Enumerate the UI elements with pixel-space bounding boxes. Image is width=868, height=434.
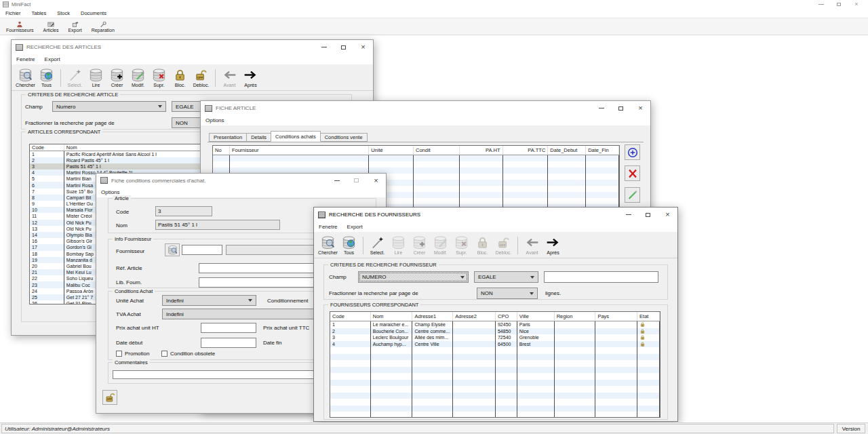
toolbar-button-chercher[interactable]: Chercher xyxy=(317,235,338,255)
fraction-label: Fractionner la recherche par page de xyxy=(329,290,418,296)
toolbar-button-apr-s[interactable]: Après xyxy=(240,67,261,87)
db-delete-icon xyxy=(151,68,167,82)
toolbar-button-modif[interactable]: Modif. xyxy=(127,67,149,87)
column-header-etat[interactable]: Etat xyxy=(637,312,660,321)
column-header-no[interactable]: No xyxy=(213,146,230,155)
column-header-pays[interactable]: Pays xyxy=(595,312,637,321)
minimize-button[interactable] xyxy=(618,208,638,222)
close-button[interactable]: × xyxy=(658,208,677,222)
unite-achat-select[interactable]: Indefini xyxy=(162,295,256,306)
unlock-off-button[interactable] xyxy=(102,390,117,405)
menu-item-export[interactable]: Export xyxy=(40,56,65,62)
menu-item-tables[interactable]: Tables xyxy=(26,10,52,16)
code-field[interactable]: 3 xyxy=(155,206,212,216)
column-header-pa-ht[interactable]: PA.HT xyxy=(460,146,503,155)
menu-item-options[interactable]: Options xyxy=(96,189,125,195)
column-header-nom[interactable]: Nom xyxy=(371,312,413,321)
nom-field[interactable]: Pastis 51 45° 1 l xyxy=(155,220,280,230)
column-header-region[interactable]: Region xyxy=(555,312,596,321)
app-toolbar-button-reparation[interactable]: Reparation xyxy=(87,20,119,33)
table-row[interactable]: 3Leclerc BoulgourAllée des mim...72540Gr… xyxy=(330,334,660,341)
maximize-button[interactable] xyxy=(611,101,631,115)
group-label: Conditions Achat xyxy=(113,288,155,294)
close-button[interactable]: × xyxy=(631,101,650,115)
column-header-unit[interactable]: Unité xyxy=(369,146,414,155)
tab-details[interactable]: Details xyxy=(246,133,271,142)
operator-select[interactable]: EGALE xyxy=(474,271,538,283)
column-header-fournisseur[interactable]: Fournisseur xyxy=(230,146,369,155)
promotion-checkbox[interactable] xyxy=(116,351,122,357)
fournisseur-label: Fournisseur xyxy=(116,248,144,254)
toolbar-button-chercher[interactable]: Chercher xyxy=(15,67,36,87)
column-header-code[interactable]: Code xyxy=(330,312,371,321)
toolbar-button-tous[interactable]: Tous xyxy=(36,67,57,87)
table-row[interactable]: 1Le maraicher e...Champ Elysée92450Paris xyxy=(330,321,660,328)
date-debut-input[interactable] xyxy=(201,338,256,348)
column-header-date-fin[interactable]: Date_Fin xyxy=(586,146,619,155)
condition-obsolete-checkbox[interactable] xyxy=(161,351,167,357)
toolbar-button-select[interactable]: Select. xyxy=(367,235,388,255)
toolbar-button-lire[interactable]: Lire xyxy=(85,67,106,87)
column-header-adresse1[interactable]: Adresse1 xyxy=(412,312,453,321)
db-plus-icon xyxy=(109,68,125,82)
minimize-button[interactable] xyxy=(314,40,334,54)
column-header-date-debut[interactable]: Date_Debut xyxy=(548,146,586,155)
menu-item-fenetre[interactable]: Fenetre xyxy=(12,56,40,62)
fournisseur-code-input[interactable] xyxy=(182,245,222,255)
add-row-button[interactable] xyxy=(625,144,640,160)
tab-presentation[interactable]: Presentation xyxy=(209,133,247,142)
column-header-ville[interactable]: Ville xyxy=(517,312,555,321)
toolbar-button-apr-s[interactable]: Après xyxy=(542,235,564,255)
menu-item-fichier[interactable]: Fichier xyxy=(0,10,26,16)
fournisseurs-titlebar: RECHERCHE DES FOURNISSEURS × xyxy=(314,208,677,222)
toolbar-button-supr: Supr. xyxy=(451,235,472,255)
minifact-main-window: MiniFact × FichierTablesStockDocuments F… xyxy=(0,0,868,434)
app-toolbar-button-export[interactable]: Export xyxy=(63,20,86,33)
menu-item-stock[interactable]: Stock xyxy=(52,10,75,16)
prix-ht-input[interactable] xyxy=(201,323,256,333)
table-row[interactable]: 2Boucherie Con...Centre comme...54850Nic… xyxy=(330,328,660,335)
app-minimize-button[interactable] xyxy=(812,1,830,9)
maximize-button[interactable] xyxy=(638,208,658,222)
app-toolbar-button-fournisseurs[interactable]: Fournisseurs xyxy=(1,20,38,33)
maximize-button[interactable] xyxy=(334,40,353,54)
tab-conditions-achats[interactable]: Conditions achats xyxy=(271,131,321,142)
group-label: FOURNISSEURS CORRESPONDANT xyxy=(328,302,420,308)
export-icon xyxy=(72,21,79,28)
fournisseur-search-button[interactable] xyxy=(165,243,180,256)
menu-item-fenetre[interactable]: Fenetre xyxy=(314,224,342,230)
app-close-button[interactable]: × xyxy=(848,1,865,9)
tva-achat-label: TVA Achat xyxy=(116,311,141,317)
fraction-select[interactable]: NON xyxy=(477,288,538,299)
toolbar-separator xyxy=(215,69,216,87)
toolbar-button-bloc[interactable]: Bloc. xyxy=(170,67,191,87)
champ-select[interactable]: Numero xyxy=(52,101,166,112)
table-row[interactable]: 4Auchamp hyp...Centre Ville64500Brest xyxy=(330,341,660,348)
column-header-cpo[interactable]: CPO xyxy=(496,312,517,321)
column-header-condit[interactable]: Condit xyxy=(414,146,460,155)
app-restore-button[interactable] xyxy=(830,1,848,9)
delete-row-button[interactable] xyxy=(625,165,640,181)
menu-item-options[interactable]: Options xyxy=(201,117,229,123)
column-header-pa-ttc[interactable]: PA.TTC xyxy=(503,146,549,155)
search-value-input[interactable] xyxy=(544,271,658,283)
close-button[interactable]: × xyxy=(353,40,373,54)
toolbar-button-debloc[interactable]: Debloc. xyxy=(191,67,212,87)
minimize-button[interactable] xyxy=(591,101,611,115)
edit-row-button[interactable] xyxy=(625,187,640,203)
column-header-adresse2[interactable]: Adresse2 xyxy=(453,312,496,321)
column-header-code[interactable]: Code xyxy=(30,144,64,151)
menu-item-export[interactable]: Export xyxy=(342,224,368,230)
close-button[interactable]: × xyxy=(366,174,386,187)
app-toolbar-button-articles[interactable]: Articles xyxy=(38,20,63,33)
tab-conditions-vente[interactable]: Conditions vente xyxy=(320,133,368,142)
toolbar-button-tous[interactable]: Tous xyxy=(338,235,359,255)
toolbar-button-supr[interactable]: Supr. xyxy=(149,67,170,87)
db-globe-icon xyxy=(341,235,357,250)
minimize-button[interactable] xyxy=(327,174,347,187)
toolbar-button-cr-er[interactable]: Créer xyxy=(106,67,127,87)
menu-item-documents[interactable]: Documents xyxy=(75,10,112,16)
fiche-tabs: PresentationDetailsConditions achatsCond… xyxy=(209,131,367,142)
champ-select[interactable]: NUMERO xyxy=(358,271,469,283)
window-icon xyxy=(100,177,108,184)
